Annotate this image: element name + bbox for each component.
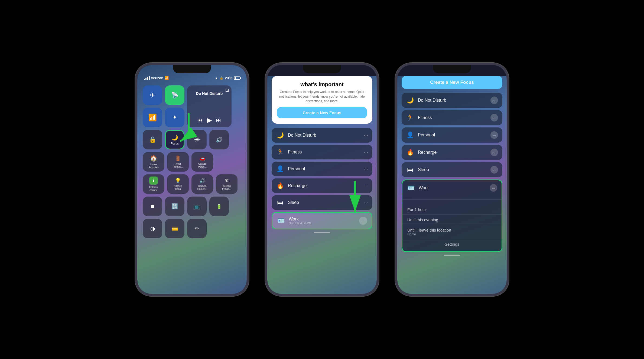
home-tile[interactable]: 🏠 HomeFavorites: [143, 152, 164, 172]
phone-1-bg: Verizon 📶 ▲ 🔒 23%: [137, 65, 247, 294]
remote-tile[interactable]: 📺: [187, 197, 207, 216]
record-icon: ⏺: [150, 203, 155, 210]
focus-tile[interactable]: 🌙 Focus: [165, 130, 184, 149]
wifi-tile[interactable]: 📶: [143, 108, 162, 127]
sleep-more[interactable]: ···: [364, 200, 368, 206]
foyer-tile[interactable]: 🚪 FoyerFront D...: [167, 152, 189, 172]
dnd-text: Do Not Disturb: [288, 133, 360, 138]
notes-tile[interactable]: ✏: [187, 219, 207, 238]
dnd-more[interactable]: ···: [364, 133, 368, 138]
now-playing-tile[interactable]: ⊡ Do Not Disturb ⏮ ▶ ⏭: [187, 85, 232, 127]
scroll-indicator-2: [314, 232, 330, 233]
cc-row-4: 🌡 Hallwayecobee 💡 KitchenCans 🔊 KitchenH…: [143, 174, 241, 194]
brightness-tile[interactable]: ☀: [187, 130, 207, 149]
p3-sleep-icon: 🛏: [406, 166, 414, 173]
sleep-name: Sleep: [288, 200, 360, 205]
kitchen-fridge-tile[interactable]: ❄ KitchenFridge...: [216, 174, 238, 194]
wifi-icon: 📶: [164, 76, 169, 80]
screen-lock-tile[interactable]: 🔒: [143, 130, 162, 149]
work-divider-1: [402, 199, 502, 200]
p3-work-more[interactable]: ···: [490, 184, 497, 192]
kitchen-home-tile[interactable]: 🔊 KitchenHomeP...: [191, 174, 213, 194]
volume-tile[interactable]: 🔊: [209, 130, 229, 149]
for-1-hour-option[interactable]: For 1 hour: [402, 204, 502, 214]
not-playing-label: Do Not Disturb: [196, 91, 223, 96]
calculator-tile[interactable]: 🔢: [165, 197, 184, 216]
work-settings-option[interactable]: Settings: [402, 239, 502, 249]
create-focus-btn-3[interactable]: Create a New Focus: [402, 76, 502, 89]
ecobee-icon: 🌡: [149, 177, 158, 185]
prev-button[interactable]: ⏮: [198, 117, 203, 123]
recharge-more[interactable]: ···: [364, 183, 368, 189]
work-more-circle[interactable]: ···: [359, 217, 367, 225]
kitchen-cans-tile[interactable]: 💡 KitchenCans: [167, 174, 189, 194]
focus-item-fitness[interactable]: 🏃 Fitness ···: [272, 145, 372, 159]
airplane-tile[interactable]: ✈: [143, 85, 162, 105]
fitness-more[interactable]: ···: [364, 149, 368, 155]
spacer-tile: [216, 152, 238, 172]
ecobee-tile[interactable]: 🌡 Hallwayecobee: [143, 174, 164, 194]
airplay-icon[interactable]: ⊡: [225, 88, 229, 93]
p3-personal-more[interactable]: ···: [490, 131, 498, 139]
wallet-tile[interactable]: 💳: [165, 219, 184, 238]
p3-sleep-item[interactable]: 🛏 Sleep ···: [402, 162, 502, 177]
focus-item-recharge[interactable]: 🔥 Recharge ···: [272, 178, 372, 193]
recharge-icon: 🔥: [276, 182, 284, 189]
create-focus-btn-2[interactable]: Create a New Focus: [277, 107, 367, 118]
foyer-icon: 🚪: [175, 155, 181, 161]
p3-personal-item[interactable]: 👤 Personal ···: [402, 127, 502, 143]
cc-bottom-pair: 📶 ✦: [143, 108, 184, 127]
battery-tile[interactable]: 🔋: [209, 197, 229, 216]
p3-fitness-name: Fitness: [418, 115, 487, 120]
bluetooth-icon: ✦: [172, 114, 177, 121]
p3-dnd-more[interactable]: ···: [490, 97, 498, 104]
airplane-icon: ✈: [149, 91, 155, 100]
personal-more[interactable]: ···: [364, 166, 368, 172]
phone-1-screen: Verizon 📶 ▲ 🔒 23%: [137, 65, 247, 294]
cellular-icon: 📡: [171, 92, 178, 99]
focus-item-dnd[interactable]: 🌙 Do Not Disturb ···: [272, 128, 372, 143]
next-button[interactable]: ⏭: [216, 117, 221, 123]
kitchen-fridge-icon: ❄: [225, 178, 229, 184]
p3-dnd-name: Do Not Disturb: [418, 98, 487, 103]
p3-fitness-more[interactable]: ···: [490, 114, 498, 121]
focus-item-work[interactable]: 🪪 Work On Until 4:00 PM ···: [272, 212, 372, 229]
phone-2-bg: what's important Create a Focus to help …: [267, 76, 377, 294]
darkmode-tile[interactable]: ◑: [143, 219, 162, 238]
location-sub: Home: [407, 232, 497, 236]
remote-icon: 📺: [194, 203, 200, 210]
p3-recharge-more[interactable]: ···: [490, 149, 498, 156]
calculator-icon: 🔢: [171, 203, 178, 210]
carrier-name: Verizon: [151, 76, 163, 80]
phone-2-notch: [303, 65, 341, 73]
foyer-label: FoyerFront D...: [173, 162, 183, 168]
record-tile[interactable]: ⏺: [143, 197, 162, 216]
focus-item-personal[interactable]: 👤 Personal ···: [272, 162, 372, 176]
signal-bar-4: [149, 76, 150, 80]
darkmode-icon: ◑: [150, 225, 155, 232]
p3-dnd-icon: 🌙: [406, 97, 414, 104]
p3-recharge-item[interactable]: 🔥 Recharge ···: [402, 145, 502, 160]
cc-row-5: ⏺ 🔢 📺 🔋: [143, 197, 241, 216]
personal-text: Personal: [288, 166, 360, 171]
p3-fitness-icon: 🏃: [406, 114, 414, 121]
cellular-tile[interactable]: 📡: [165, 85, 184, 105]
p3-fitness-item[interactable]: 🏃 Fitness ···: [402, 110, 502, 125]
garage-tile[interactable]: 🚗 GaragePerch...: [191, 152, 213, 172]
until-location-option[interactable]: Until I leave this location Home: [402, 225, 502, 239]
p3-work-name: Work: [419, 185, 486, 190]
until-evening-option[interactable]: Until this evening: [402, 215, 502, 225]
location-icon: ▲: [215, 76, 218, 80]
personal-name: Personal: [288, 166, 360, 171]
p3-sleep-name: Sleep: [418, 167, 487, 172]
kitchen-fridge-label: KitchenFridge...: [222, 185, 231, 191]
p3-sleep-more[interactable]: ···: [490, 166, 498, 174]
p3-recharge-name: Recharge: [418, 150, 487, 155]
now-playing-controls: ⏮ ▶ ⏭: [198, 116, 221, 124]
focus-item-sleep[interactable]: 🛏 Sleep ···: [272, 195, 372, 210]
lock-icon-status: 🔒: [220, 76, 223, 80]
bluetooth-tile[interactable]: ✦: [165, 108, 184, 127]
p3-personal-name: Personal: [418, 133, 487, 137]
p3-dnd-item[interactable]: 🌙 Do Not Disturb ···: [402, 93, 502, 108]
play-button[interactable]: ▶: [207, 116, 212, 124]
